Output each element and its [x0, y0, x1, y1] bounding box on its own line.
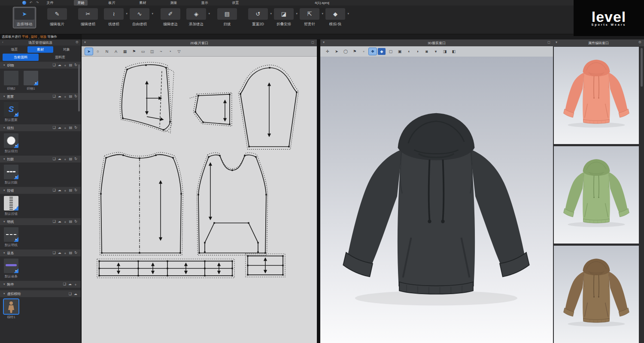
toolbar-button-9[interactable]: ↺▾重置2D	[248, 8, 268, 27]
redo-icon[interactable]: ↷	[36, 1, 39, 5]
sync-icon[interactable]: ↻	[74, 94, 77, 99]
add-icon[interactable]: ＋	[64, 251, 67, 256]
section-header-3[interactable]: ▾纽扣❏☁＋▤↻	[0, 124, 81, 131]
rotate-3d-icon[interactable]: ◯	[342, 48, 349, 55]
toolbar-button-11[interactable]: ⇱▾熨烫针	[300, 8, 319, 27]
drop-3d-icon[interactable]: ▾	[432, 48, 440, 55]
chevron-down-icon[interactable]: ▾	[208, 12, 210, 15]
last-3d-icon[interactable]: ◧	[450, 48, 458, 55]
copy-icon[interactable]: ❏	[53, 188, 56, 193]
shoe-left-icon[interactable]: ◖	[405, 48, 413, 55]
annotate-a-icon[interactable]: A	[112, 48, 120, 55]
select-2d-icon[interactable]: ➤	[85, 48, 93, 55]
flag-tool-icon[interactable]: ⚑	[130, 48, 138, 55]
menu-item-3[interactable]: 板片	[105, 0, 118, 6]
gear-icon[interactable]: ⚙	[638, 40, 641, 44]
section-header-6[interactable]: ▾明线❏☁＋▤↻	[0, 218, 81, 225]
toolbar-button-10[interactable]: ◪▾折叠安排	[274, 8, 294, 27]
upload-icon[interactable]: ☁	[58, 63, 61, 68]
toolbar-button-8[interactable]: ▤归拔	[217, 8, 237, 27]
topstitch-thumbnail[interactable]	[4, 227, 18, 242]
chevron-down-icon[interactable]: ▾	[3, 189, 5, 192]
copy-icon[interactable]: ❏	[53, 251, 56, 256]
chevron-down-icon[interactable]: ▾	[152, 12, 153, 15]
maximize-icon[interactable]: ◻	[547, 40, 550, 44]
add-icon[interactable]: ＋	[74, 282, 77, 287]
resource-item[interactable]: 默认嵌条	[3, 259, 19, 279]
sync-icon[interactable]: ↻	[74, 63, 77, 68]
resource-item[interactable]: 织物1	[23, 71, 39, 91]
pattern-2d-canvas[interactable]: .sol{fill:none;stroke:#1b1b1b;stroke-wid…	[82, 57, 317, 343]
piping-thumbnail[interactable]	[4, 259, 18, 273]
resource-item[interactable]: S默认图案	[3, 102, 19, 122]
toolbar-button-12[interactable]: ◆▾模拟-快	[325, 8, 345, 27]
upload-icon[interactable]: ☁	[58, 157, 61, 162]
section-header-7[interactable]: ▾嵌条❏☁＋▤↻	[0, 250, 81, 256]
toolbar-button-3[interactable]: ✂编辑缝纫	[78, 8, 98, 27]
collapse-icon[interactable]: ‹	[2, 40, 3, 44]
collapse-icon[interactable]: ▾	[556, 40, 557, 44]
section-header-4[interactable]: ▾扣眼❏☁＋▤↻	[0, 156, 81, 162]
duplicate-icon[interactable]: ▤	[69, 126, 73, 130]
section-header-1[interactable]: ▾织物❏☁＋▤↻	[0, 62, 81, 69]
garment-3d-viewport[interactable]	[320, 57, 553, 343]
resource-item[interactable]: 默认拉链	[3, 196, 19, 216]
fabric-3d-icon[interactable]: ❖	[369, 48, 377, 55]
duplicate-icon[interactable]: ▤	[69, 251, 73, 256]
grid-tool-icon[interactable]: ▦	[121, 48, 129, 55]
chevron-down-icon[interactable]: ▾	[347, 12, 349, 15]
duplicate-icon[interactable]: ▤	[69, 188, 73, 193]
select-3d-icon[interactable]: ➤	[333, 48, 340, 55]
toolbar-button-6[interactable]: ✐编辑缝边	[161, 8, 180, 27]
box-3d-icon[interactable]: ▫	[360, 48, 368, 55]
section-header-9[interactable]: ▾虚拟模特❏☁	[0, 290, 81, 297]
menu-item-5[interactable]: 测量	[167, 0, 180, 6]
upload-icon[interactable]: ☁	[58, 188, 61, 193]
duplicate-icon[interactable]: ▤	[69, 94, 73, 99]
zipper-thumbnail[interactable]	[4, 196, 18, 211]
copy-icon[interactable]: ❏	[53, 157, 56, 162]
resource-item[interactable]: 默认纽扣	[3, 133, 19, 153]
add-icon[interactable]: ＋	[64, 63, 67, 68]
add-icon[interactable]: ＋	[64, 94, 67, 99]
subtab-2[interactable]: 面料库	[42, 54, 78, 61]
copy-icon[interactable]: ❏	[63, 282, 66, 287]
copy-icon[interactable]: ❏	[69, 292, 72, 296]
properties-scrollbar[interactable]	[641, 48, 643, 87]
menu-item-7[interactable]: 设置	[228, 0, 242, 6]
ruler-tool-icon[interactable]: ▭	[139, 48, 147, 55]
panel-3d-icon[interactable]: ▣	[396, 48, 404, 55]
section-header-5[interactable]: ▾拉链❏☁＋▤↻	[0, 187, 81, 194]
chevron-down-icon[interactable]: ▾	[3, 95, 5, 98]
copy-icon[interactable]: ❏	[53, 63, 56, 68]
tab-3[interactable]: 对象	[53, 46, 79, 53]
copy-icon[interactable]: ❏	[53, 220, 56, 224]
menu-item-6[interactable]: 显示	[197, 0, 211, 6]
sync-icon[interactable]: ↻	[74, 157, 77, 162]
upload-icon[interactable]: ☁	[58, 251, 61, 256]
drop-tool-icon[interactable]: ◔	[166, 48, 174, 55]
resource-item[interactable]: 织物2	[3, 71, 19, 91]
window-menu-icon[interactable]: ▾	[323, 40, 325, 44]
upload-icon[interactable]: ☁	[74, 292, 77, 296]
duplicate-icon[interactable]: ▤	[69, 220, 73, 224]
resource-item[interactable]: 默认扣眼	[3, 165, 19, 185]
window-menu-icon[interactable]: ▾	[84, 40, 86, 44]
tab-1[interactable]: 场景	[1, 46, 27, 53]
app-logo-icon[interactable]	[22, 1, 26, 5]
duplicate-icon[interactable]: ▤	[69, 63, 73, 68]
button-thumbnail[interactable]	[4, 133, 18, 148]
circle-tool-icon[interactable]: ○	[94, 48, 102, 55]
logo-thumbnail[interactable]: S	[4, 102, 18, 117]
toolbar-button-4[interactable]: ≀▾线缝纫	[104, 8, 124, 27]
shoe-right-icon[interactable]: ◗	[414, 48, 422, 55]
chevron-down-icon[interactable]: ▾	[296, 12, 298, 15]
chevron-down-icon[interactable]: ▾	[3, 63, 5, 67]
maximize-icon[interactable]: ◻	[311, 40, 314, 44]
sync-icon[interactable]: ↻	[74, 188, 77, 193]
duplicate-icon[interactable]: ▤	[69, 157, 73, 162]
plate-tool-icon[interactable]: ◫	[148, 48, 156, 55]
copy-icon[interactable]: ❏	[53, 126, 56, 130]
window-divider[interactable]	[317, 39, 320, 343]
chevron-down-icon[interactable]: ▾	[126, 12, 128, 15]
